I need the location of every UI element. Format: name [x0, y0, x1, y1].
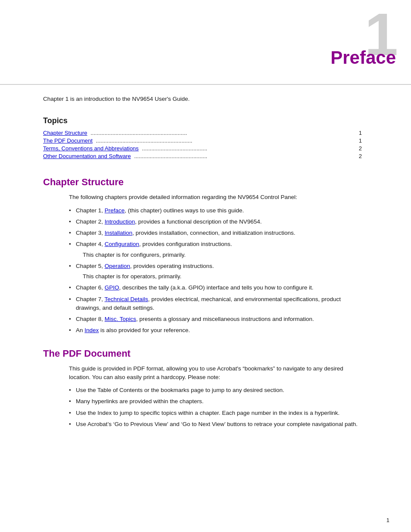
toc-entry-1: Chapter Structure ......................… — [43, 130, 362, 136]
section-heading-chapter-structure: Chapter Structure — [43, 177, 362, 188]
list-item: Chapter 5, Operation, provides operating… — [69, 262, 362, 281]
toc-entry-4: Other Documentation and Software .......… — [43, 153, 362, 159]
link-installation[interactable]: Installation — [105, 230, 133, 236]
topics-heading: Topics — [43, 116, 362, 125]
section-content-chapter-structure: The following chapters provide detailed … — [43, 193, 362, 335]
list-item: Use the Table of Contents or the bookmar… — [69, 386, 362, 395]
link-index[interactable]: Index — [84, 327, 99, 333]
toc-link-pdf-document[interactable]: The PDF Document — [43, 137, 93, 144]
section-chapter-structure: Chapter Structure The following chapters… — [43, 177, 362, 335]
list-item: An Index is also provided for your refer… — [69, 326, 362, 335]
section-pdf-document: The PDF Document This guide is provided … — [43, 348, 362, 429]
sub-note-operation: This chapter is for operators, primarily… — [76, 272, 362, 281]
chapter-title: Preface — [330, 47, 396, 68]
toc-link-terms[interactable]: Terms, Conventions and Abbreviations — [43, 145, 139, 152]
link-introduction[interactable]: Introduction — [105, 218, 135, 225]
toc-entry-3: Terms, Conventions and Abbreviations ...… — [43, 145, 362, 152]
toc-page-3: 2 — [357, 145, 362, 152]
toc-dots-2: ........................................… — [94, 137, 355, 144]
toc-link-chapter-structure[interactable]: Chapter Structure — [43, 130, 87, 136]
list-item: Many hyperlinks are provided within the … — [69, 397, 362, 406]
list-item: Use Acrobat’s ‘Go to Previous View’ and … — [69, 420, 362, 429]
toc-dots-3: ........................................… — [140, 145, 355, 152]
list-item: Chapter 2, Introduction, provides a func… — [69, 218, 362, 226]
toc-entry-2: The PDF Document .......................… — [43, 137, 362, 144]
list-item: Use the Index to jump to specific topics… — [69, 409, 362, 417]
section-content-pdf-document: This guide is provided in PDF format, al… — [43, 364, 362, 429]
header-rule — [0, 84, 411, 85]
list-item: Chapter 4, Configuration, provides confi… — [69, 240, 362, 259]
section-intro-pdf-document: This guide is provided in PDF format, al… — [69, 364, 362, 382]
chapter-structure-list: Chapter 1, Preface, (this chapter) outli… — [69, 206, 362, 335]
link-gpio[interactable]: GPIO — [105, 284, 119, 291]
toc-page-4: 2 — [357, 153, 362, 159]
list-item: Chapter 6, GPIO, describes the tally (a.… — [69, 283, 362, 292]
page-number: 1 — [386, 517, 389, 523]
link-misc-topics[interactable]: Misc. Topics — [105, 316, 136, 322]
toc-page-2: 1 — [357, 137, 362, 144]
sub-note-config: This chapter is for configurers, primari… — [76, 251, 362, 259]
toc-dots-4: ........................................… — [133, 153, 355, 159]
link-operation[interactable]: Operation — [105, 263, 130, 269]
list-item: Chapter 1, Preface, (this chapter) outli… — [69, 206, 362, 215]
section-heading-pdf-document: The PDF Document — [43, 348, 362, 359]
toc-page-1: 1 — [357, 130, 362, 136]
toc-dots-1: ........................................… — [89, 130, 355, 136]
pdf-document-list: Use the Table of Contents or the bookmar… — [69, 386, 362, 429]
link-preface[interactable]: Preface — [105, 207, 125, 214]
topics-section: Topics Chapter Structure ...............… — [43, 116, 362, 159]
chapter-header: 1 Preface — [325, 0, 411, 86]
section-intro-chapter-structure: The following chapters provide detailed … — [69, 193, 362, 202]
list-item: Chapter 8, Misc. Topics, presents a glos… — [69, 315, 362, 324]
link-technical-details[interactable]: Technical Details — [105, 296, 148, 302]
list-item: Chapter 7, Technical Details, provides e… — [69, 295, 362, 313]
list-item: Chapter 3, Installation, provides instal… — [69, 229, 362, 237]
link-configuration[interactable]: Configuration — [105, 241, 139, 247]
toc-link-other-docs[interactable]: Other Documentation and Software — [43, 153, 131, 159]
page-container: 1 Preface Chapter 1 is an introduction t… — [0, 0, 411, 532]
intro-text: Chapter 1 is an introduction to the NV96… — [43, 95, 362, 103]
